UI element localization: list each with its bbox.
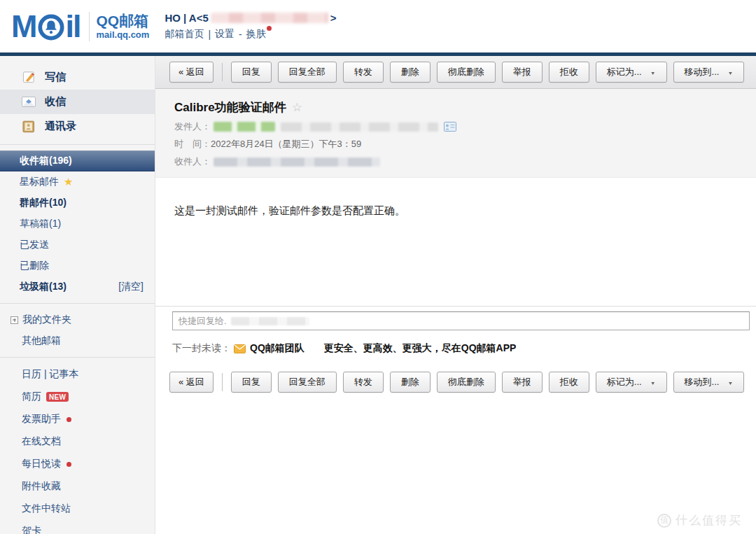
- account-line: HO | A<5 >: [164, 12, 336, 24]
- back-button[interactable]: « 返回: [169, 62, 214, 83]
- header-nav: 邮箱首页 | 设置 - 换肤: [164, 28, 336, 41]
- reject-button[interactable]: 拒收: [549, 372, 589, 393]
- mail-view: « 返回 回复 回复全部 转发 删除 彻底删除 举报 拒收 标记为...▼ 移动…: [155, 56, 756, 534]
- compose-pencil-icon: [22, 71, 36, 84]
- time-row: 时 间： 2022年8月24日（星期三）下午3：59: [174, 138, 742, 150]
- delete-button[interactable]: 删除: [390, 62, 430, 83]
- folder-drafts[interactable]: 草稿箱(1): [0, 213, 155, 234]
- delete-button[interactable]: 删除: [390, 372, 430, 393]
- chevron-down-icon: ▼: [650, 380, 656, 386]
- logo-wordmark-il: il: [66, 10, 80, 42]
- logo-wordmark-m: M: [11, 10, 36, 42]
- next-unread-subject[interactable]: 更安全、更高效、更强大，尽在QQ邮箱APP: [324, 342, 517, 355]
- brand-block: QQ邮箱 mail.qq.com: [97, 13, 150, 40]
- folder-starred[interactable]: 星标邮件 ★: [0, 171, 155, 192]
- app-greeting-card[interactable]: 贺卡: [0, 520, 155, 534]
- app-daily-read[interactable]: 每日悦读: [0, 453, 155, 475]
- report-button[interactable]: 举报: [502, 372, 542, 393]
- folder-deleted-label: 已删除: [20, 260, 49, 272]
- folder-inbox[interactable]: 收件箱(196): [0, 150, 155, 171]
- toolbar-divider: [222, 63, 223, 81]
- mark-as-label: 标记为...: [607, 66, 642, 77]
- chevron-down-icon: ▼: [727, 380, 733, 386]
- other-mailboxes-label: 其他邮箱: [22, 335, 61, 347]
- app-online-docs[interactable]: 在线文档: [0, 430, 155, 453]
- mark-as-label: 标记为...: [607, 377, 642, 387]
- mail-time: 2022年8月24日（星期三）下午3：59: [211, 138, 361, 150]
- app-attachment-favorites[interactable]: 附件收藏: [0, 475, 155, 498]
- mark-as-dropdown[interactable]: 标记为...▼: [596, 372, 667, 393]
- redacted-sender-address: [281, 122, 438, 132]
- address-book-icon: [22, 120, 36, 133]
- attachment-favorites-label: 附件收藏: [22, 480, 61, 493]
- from-label: 发件人：: [174, 120, 211, 133]
- empty-junk-link[interactable]: [清空]: [118, 281, 144, 293]
- qqmail-logo[interactable]: M il QQ邮箱 mail.qq.com: [11, 10, 149, 42]
- app-calendar-notes[interactable]: 日历 | 记事本: [0, 363, 155, 386]
- move-to-dropdown[interactable]: 移动到...▼: [673, 62, 745, 83]
- folder-group-mail[interactable]: 群邮件(10): [0, 192, 155, 213]
- mark-as-dropdown[interactable]: 标记为...▼: [596, 62, 667, 83]
- redacted-reply-recipient: [231, 317, 309, 325]
- compose-button[interactable]: 写信: [0, 65, 155, 90]
- calendar-notes-label: 日历 | 记事本: [22, 368, 78, 381]
- next-unread-sender[interactable]: QQ邮箱团队: [250, 342, 304, 355]
- reply-all-button[interactable]: 回复全部: [278, 372, 337, 393]
- forward-button[interactable]: 转发: [343, 372, 384, 393]
- forward-button[interactable]: 转发: [343, 62, 384, 83]
- mail-toolbar-bottom: « 返回 回复 回复全部 转发 删除 彻底删除 举报 拒收 标记为...▼ 移动…: [155, 366, 756, 398]
- contact-card-icon[interactable]: [444, 122, 456, 132]
- folder-inbox-label: 收件箱(196): [20, 155, 72, 167]
- app-file-transfer[interactable]: 文件中转站: [0, 498, 155, 520]
- quick-reply-input[interactable]: 快捷回复给.: [172, 311, 750, 330]
- contacts-label: 通讯录: [45, 120, 76, 133]
- check-mail-label: 收信: [45, 95, 66, 108]
- nav-separator: |: [208, 29, 211, 40]
- star-toggle-icon[interactable]: ☆: [292, 100, 302, 115]
- check-mail-button[interactable]: 收信: [0, 90, 155, 114]
- expand-plus-icon[interactable]: [10, 316, 18, 324]
- app-invoice-helper[interactable]: 发票助手: [0, 408, 155, 430]
- redacted-sender-name: [214, 122, 275, 132]
- mail-subject: Calibre功能验证邮件: [174, 99, 286, 115]
- contacts-button[interactable]: 通讯录: [0, 114, 155, 139]
- folder-junk[interactable]: 垃圾箱(13) [清空]: [0, 276, 155, 297]
- toolbar-divider: [222, 373, 223, 391]
- folder-deleted[interactable]: 已删除: [0, 255, 155, 276]
- back-button[interactable]: « 返回: [169, 372, 214, 393]
- move-to-label: 移动到...: [685, 377, 720, 387]
- file-transfer-label: 文件中转站: [22, 503, 71, 515]
- nav-dash: -: [239, 29, 242, 40]
- delete-forever-button[interactable]: 彻底删除: [437, 372, 496, 393]
- nav-mail-home[interactable]: 邮箱首页: [164, 28, 204, 41]
- notification-dot: [66, 417, 71, 422]
- envelope-open-icon: [22, 97, 36, 107]
- notification-dot: [66, 462, 71, 467]
- folder-drafts-label: 草稿箱(1): [20, 218, 61, 230]
- quick-reply-placeholder: 快捷回复给.: [178, 315, 227, 328]
- reject-button[interactable]: 拒收: [549, 62, 589, 83]
- sidebar-divider: [0, 144, 155, 145]
- folder-sent[interactable]: 已发送: [0, 234, 155, 255]
- other-mailboxes-item[interactable]: 其他邮箱: [0, 330, 155, 351]
- reply-button[interactable]: 回复: [231, 62, 272, 83]
- logo-divider: [89, 12, 90, 41]
- to-row: 收件人：: [174, 155, 742, 168]
- report-button[interactable]: 举报: [502, 62, 542, 83]
- from-row: 发件人：: [174, 120, 742, 133]
- star-icon: ★: [64, 176, 73, 188]
- my-folders-item[interactable]: 我的文件夹: [0, 309, 155, 330]
- mail-body: 这是一封测试邮件，验证邮件参数是否配置正确。: [155, 178, 756, 306]
- time-label: 时 间：: [174, 138, 211, 150]
- app-resume[interactable]: 简历 NEW: [0, 386, 155, 408]
- nav-skin[interactable]: 换肤: [246, 28, 272, 41]
- reply-all-button[interactable]: 回复全部: [278, 62, 337, 83]
- brand-name: QQ邮箱: [97, 13, 150, 29]
- watermark-text: 什么值得买: [676, 512, 742, 528]
- nav-settings[interactable]: 设置: [215, 28, 234, 41]
- delete-forever-button[interactable]: 彻底删除: [437, 62, 496, 83]
- nav-skin-label: 换肤: [246, 28, 266, 41]
- invoice-helper-label: 发票助手: [22, 413, 61, 426]
- reply-button[interactable]: 回复: [231, 372, 272, 393]
- move-to-dropdown[interactable]: 移动到...▼: [673, 372, 745, 393]
